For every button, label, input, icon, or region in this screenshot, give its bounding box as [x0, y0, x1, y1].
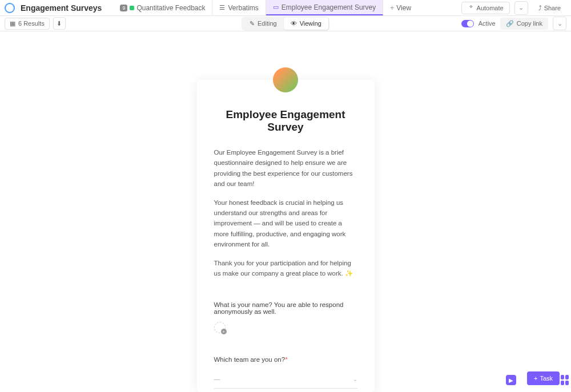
download-button[interactable]: ⬇ — [53, 17, 66, 30]
editing-toggle[interactable]: ✎ Editing — [243, 18, 284, 30]
sparkle-icon — [468, 5, 475, 11]
tab-label: Employee Engagement Survey — [282, 3, 376, 11]
automate-label: Automate — [477, 5, 504, 11]
tab-verbatims[interactable]: ☰ Verbatims — [212, 0, 266, 15]
main-area: Employee Engagement Survey Our Employee … — [0, 31, 571, 392]
task-button[interactable]: + Task — [527, 371, 560, 385]
plus-icon: + — [390, 4, 394, 12]
link-icon: 🔗 — [506, 20, 514, 27]
results-label: 6 Results — [18, 20, 45, 27]
form-card: Employee Engagement Survey Our Employee … — [197, 80, 375, 392]
active-label: Active — [478, 20, 496, 27]
download-icon: ⬇ — [57, 20, 62, 27]
apps-icon — [561, 375, 564, 379]
record-icon: ▶ — [509, 377, 513, 383]
automate-button[interactable]: Automate — [461, 2, 510, 14]
tab-label: Quantitative Feedback — [136, 4, 205, 12]
share-label: Share — [544, 5, 561, 11]
list-icon: ☰ — [219, 4, 225, 11]
tab-employee-engagement-survey[interactable]: ▭ Employee Engagement Survey — [266, 0, 383, 15]
intro-paragraph-1: Our Employee Engagement Survey is a brie… — [214, 147, 357, 189]
editing-label: Editing — [258, 20, 277, 27]
question-team: Which team are you on?* — ⌄ — [214, 356, 357, 389]
copy-link-button[interactable]: 🔗 Copy link — [500, 18, 548, 30]
intro-paragraph-3: Thank you for your participation and for… — [214, 258, 357, 279]
question-name: What is your name? You are able to respo… — [214, 301, 357, 333]
select-value: — — [214, 375, 220, 382]
task-label: Task — [540, 375, 553, 382]
person-picker[interactable] — [214, 322, 226, 333]
app-title: Engagement Surveys — [21, 3, 102, 13]
share-icon: ⤴ — [538, 5, 542, 11]
share-button[interactable]: ⤴ Share — [533, 2, 566, 14]
tab-label: Verbatims — [228, 4, 258, 12]
viewing-label: Viewing — [300, 20, 321, 27]
top-bar: Engagement Surveys 9 Quantitative Feedba… — [0, 0, 571, 16]
right-controls: Automate ⌄ ⤴ Share — [461, 1, 566, 15]
form-icon: ▭ — [273, 3, 279, 11]
pencil-icon: ✎ — [250, 20, 255, 27]
tabs: 9 Quantitative Feedback ☰ Verbatims ▭ Em… — [113, 0, 383, 15]
active-switch[interactable] — [461, 20, 474, 27]
required-star-icon: * — [285, 356, 287, 363]
viewing-toggle[interactable]: 👁 Viewing — [284, 18, 328, 30]
logo-icon — [5, 3, 15, 13]
chevron-down-icon: ⌄ — [518, 4, 524, 11]
intro-paragraph-2: Your honest feedback is crucial in helpi… — [214, 197, 357, 250]
eye-icon: 👁 — [291, 20, 297, 27]
team-select[interactable]: — ⌄ — [214, 370, 357, 389]
mode-toggle: ✎ Editing 👁 Viewing — [242, 17, 329, 31]
tab-count-badge: 9 — [120, 5, 127, 11]
chevron-down-icon: ⌄ — [353, 376, 357, 382]
add-view-button[interactable]: + View — [383, 4, 418, 12]
sub-bar: ▦ 6 Results ⬇ ✎ Editing 👁 Viewing Active… — [0, 16, 571, 31]
copy-label: Copy link — [517, 20, 542, 27]
question-label: Which team are you on?* — [214, 356, 357, 363]
question-label: What is your name? You are able to respo… — [214, 301, 357, 315]
dropdown-button[interactable]: ⌄ — [514, 1, 528, 15]
sub-right: Active 🔗 Copy link ⌄ — [461, 17, 566, 30]
view-label: View — [396, 4, 411, 12]
results-button[interactable]: ▦ 6 Results — [5, 18, 50, 30]
chevron-down-icon: ⌄ — [557, 20, 562, 27]
hero-image — [273, 67, 298, 92]
grid-icon: ▦ — [10, 20, 15, 27]
status-dot-icon — [130, 6, 134, 10]
plus-icon: + — [534, 375, 537, 382]
copy-dropdown-button[interactable]: ⌄ — [553, 17, 566, 30]
record-button[interactable]: ▶ — [506, 375, 516, 385]
tab-quantitative-feedback[interactable]: 9 Quantitative Feedback — [113, 0, 212, 15]
apps-button[interactable] — [561, 375, 569, 385]
form-title: Employee Engagement Survey — [214, 108, 357, 134]
